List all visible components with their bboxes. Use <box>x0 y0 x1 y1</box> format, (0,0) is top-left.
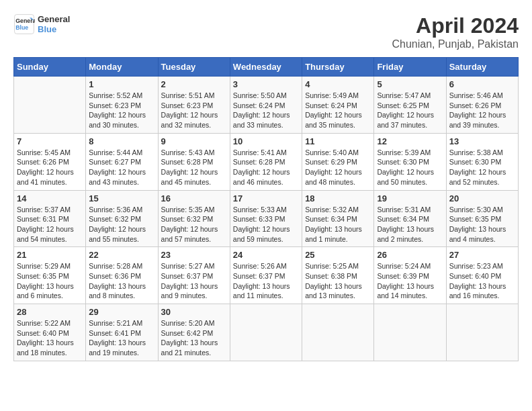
calendar-cell: 28Sunrise: 5:22 AM Sunset: 6:40 PM Dayli… <box>14 304 86 361</box>
calendar-cell: 10Sunrise: 5:41 AM Sunset: 6:28 PM Dayli… <box>230 133 302 190</box>
calendar-cell: 2Sunrise: 5:51 AM Sunset: 6:23 PM Daylig… <box>158 77 230 134</box>
calendar-cell: 6Sunrise: 5:46 AM Sunset: 6:26 PM Daylig… <box>446 77 518 134</box>
calendar-cell <box>446 304 518 361</box>
day-number: 23 <box>161 250 227 260</box>
header-day-saturday: Saturday <box>446 58 518 77</box>
day-number: 3 <box>233 79 299 89</box>
calendar-cell: 16Sunrise: 5:35 AM Sunset: 6:32 PM Dayli… <box>158 190 230 247</box>
day-info: Sunrise: 5:43 AM Sunset: 6:28 PM Dayligh… <box>161 148 227 187</box>
day-info: Sunrise: 5:26 AM Sunset: 6:37 PM Dayligh… <box>233 261 299 301</box>
day-number: 19 <box>377 193 443 203</box>
logo-line1: General <box>38 14 70 24</box>
header-day-thursday: Thursday <box>302 58 374 77</box>
calendar-cell <box>374 304 446 361</box>
day-number: 9 <box>161 136 227 146</box>
title-area: April 2024 Chunian, Punjab, Pakistan <box>392 13 519 50</box>
day-info: Sunrise: 5:30 AM Sunset: 6:35 PM Dayligh… <box>449 205 515 244</box>
calendar-cell: 19Sunrise: 5:31 AM Sunset: 6:34 PM Dayli… <box>374 190 446 247</box>
calendar-cell: 4Sunrise: 5:49 AM Sunset: 6:24 PM Daylig… <box>302 77 374 134</box>
calendar-header: SundayMondayTuesdayWednesdayThursdayFrid… <box>14 58 519 77</box>
day-info: Sunrise: 5:38 AM Sunset: 6:30 PM Dayligh… <box>449 148 515 187</box>
week-row-4: 28Sunrise: 5:22 AM Sunset: 6:40 PM Dayli… <box>14 304 519 361</box>
calendar-cell: 18Sunrise: 5:32 AM Sunset: 6:34 PM Dayli… <box>302 190 374 247</box>
day-info: Sunrise: 5:51 AM Sunset: 6:23 PM Dayligh… <box>161 91 227 130</box>
day-number: 12 <box>377 136 443 146</box>
day-number: 28 <box>17 307 83 317</box>
week-row-3: 21Sunrise: 5:29 AM Sunset: 6:35 PM Dayli… <box>14 247 519 304</box>
calendar-cell: 21Sunrise: 5:29 AM Sunset: 6:35 PM Dayli… <box>14 247 86 304</box>
day-info: Sunrise: 5:33 AM Sunset: 6:33 PM Dayligh… <box>233 205 299 244</box>
calendar-cell: 26Sunrise: 5:24 AM Sunset: 6:39 PM Dayli… <box>374 247 446 304</box>
day-number: 7 <box>17 136 83 146</box>
week-row-0: 1Sunrise: 5:52 AM Sunset: 6:23 PM Daylig… <box>14 77 519 134</box>
day-number: 18 <box>305 193 371 203</box>
day-info: Sunrise: 5:20 AM Sunset: 6:42 PM Dayligh… <box>161 318 227 358</box>
header-row: SundayMondayTuesdayWednesdayThursdayFrid… <box>14 58 519 77</box>
calendar-cell: 20Sunrise: 5:30 AM Sunset: 6:35 PM Dayli… <box>446 190 518 247</box>
day-info: Sunrise: 5:28 AM Sunset: 6:36 PM Dayligh… <box>89 261 154 301</box>
week-row-2: 14Sunrise: 5:37 AM Sunset: 6:31 PM Dayli… <box>14 190 519 247</box>
day-number: 4 <box>305 79 371 89</box>
header-day-sunday: Sunday <box>14 58 86 77</box>
header-day-monday: Monday <box>86 58 158 77</box>
main-title: April 2024 <box>392 13 519 38</box>
calendar-cell: 15Sunrise: 5:36 AM Sunset: 6:32 PM Dayli… <box>86 190 158 247</box>
day-number: 16 <box>161 193 227 203</box>
day-info: Sunrise: 5:23 AM Sunset: 6:40 PM Dayligh… <box>449 261 515 301</box>
day-number: 21 <box>17 250 83 260</box>
day-number: 14 <box>17 193 83 203</box>
day-number: 8 <box>89 136 154 146</box>
day-info: Sunrise: 5:35 AM Sunset: 6:32 PM Dayligh… <box>161 205 227 244</box>
subtitle: Chunian, Punjab, Pakistan <box>392 38 519 50</box>
day-info: Sunrise: 5:47 AM Sunset: 6:25 PM Dayligh… <box>377 91 443 130</box>
header-day-tuesday: Tuesday <box>158 58 230 77</box>
day-info: Sunrise: 5:22 AM Sunset: 6:40 PM Dayligh… <box>17 318 83 358</box>
calendar-body: 1Sunrise: 5:52 AM Sunset: 6:23 PM Daylig… <box>14 77 519 361</box>
calendar-cell: 14Sunrise: 5:37 AM Sunset: 6:31 PM Dayli… <box>14 190 86 247</box>
logo: General Blue General Blue <box>13 13 70 35</box>
day-number: 25 <box>305 250 371 260</box>
day-info: Sunrise: 5:37 AM Sunset: 6:31 PM Dayligh… <box>17 205 83 244</box>
day-info: Sunrise: 5:27 AM Sunset: 6:37 PM Dayligh… <box>161 261 227 301</box>
calendar-cell: 11Sunrise: 5:40 AM Sunset: 6:29 PM Dayli… <box>302 133 374 190</box>
day-info: Sunrise: 5:50 AM Sunset: 6:24 PM Dayligh… <box>233 91 299 130</box>
day-info: Sunrise: 5:46 AM Sunset: 6:26 PM Dayligh… <box>449 91 515 130</box>
calendar-cell: 22Sunrise: 5:28 AM Sunset: 6:36 PM Dayli… <box>86 247 158 304</box>
day-number: 20 <box>449 193 515 203</box>
day-number: 1 <box>89 79 154 89</box>
header: General Blue General Blue April 2024 Chu… <box>13 13 519 50</box>
day-number: 6 <box>449 79 515 89</box>
calendar-cell: 1Sunrise: 5:52 AM Sunset: 6:23 PM Daylig… <box>86 77 158 134</box>
calendar-cell: 5Sunrise: 5:47 AM Sunset: 6:25 PM Daylig… <box>374 77 446 134</box>
day-info: Sunrise: 5:45 AM Sunset: 6:26 PM Dayligh… <box>17 148 83 187</box>
day-info: Sunrise: 5:41 AM Sunset: 6:28 PM Dayligh… <box>233 148 299 187</box>
calendar-table: SundayMondayTuesdayWednesdayThursdayFrid… <box>13 57 519 361</box>
day-number: 26 <box>377 250 443 260</box>
calendar-cell: 30Sunrise: 5:20 AM Sunset: 6:42 PM Dayli… <box>158 304 230 361</box>
logo-line2: Blue <box>38 24 70 34</box>
day-number: 30 <box>161 307 227 317</box>
day-number: 2 <box>161 79 227 89</box>
day-number: 29 <box>89 307 154 317</box>
calendar-cell: 29Sunrise: 5:21 AM Sunset: 6:41 PM Dayli… <box>86 304 158 361</box>
calendar-cell: 12Sunrise: 5:39 AM Sunset: 6:30 PM Dayli… <box>374 133 446 190</box>
day-number: 11 <box>305 136 371 146</box>
day-info: Sunrise: 5:31 AM Sunset: 6:34 PM Dayligh… <box>377 205 443 244</box>
calendar-cell <box>230 304 302 361</box>
calendar-cell: 13Sunrise: 5:38 AM Sunset: 6:30 PM Dayli… <box>446 133 518 190</box>
calendar-cell: 27Sunrise: 5:23 AM Sunset: 6:40 PM Dayli… <box>446 247 518 304</box>
day-info: Sunrise: 5:29 AM Sunset: 6:35 PM Dayligh… <box>17 261 83 301</box>
week-row-1: 7Sunrise: 5:45 AM Sunset: 6:26 PM Daylig… <box>14 133 519 190</box>
day-info: Sunrise: 5:32 AM Sunset: 6:34 PM Dayligh… <box>305 205 371 244</box>
day-number: 22 <box>89 250 154 260</box>
day-number: 27 <box>449 250 515 260</box>
calendar-cell: 7Sunrise: 5:45 AM Sunset: 6:26 PM Daylig… <box>14 133 86 190</box>
calendar-cell <box>14 77 86 134</box>
logo-icon: General Blue <box>13 13 35 35</box>
day-number: 10 <box>233 136 299 146</box>
header-day-wednesday: Wednesday <box>230 58 302 77</box>
day-number: 5 <box>377 79 443 89</box>
day-info: Sunrise: 5:25 AM Sunset: 6:38 PM Dayligh… <box>305 261 371 301</box>
day-info: Sunrise: 5:49 AM Sunset: 6:24 PM Dayligh… <box>305 91 371 130</box>
day-info: Sunrise: 5:40 AM Sunset: 6:29 PM Dayligh… <box>305 148 371 187</box>
